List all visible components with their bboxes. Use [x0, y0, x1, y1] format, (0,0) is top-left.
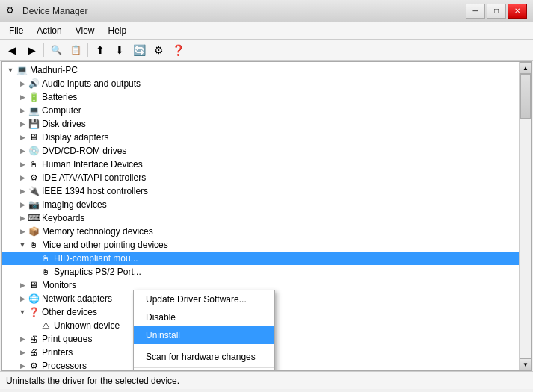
tree-item-ide[interactable]: ▶⚙IDE ATA/ATAPI controllers [2, 171, 519, 184]
tree-icon-display: 🖥 [28, 131, 40, 143]
scroll-up-button[interactable]: ▲ [520, 62, 532, 74]
tree-icon-monitors: 🖥 [28, 279, 40, 291]
tree-label-monitors: Monitors [42, 280, 76, 290]
expand-icon-keyboards[interactable]: ▶ [17, 213, 28, 223]
expand-icon-display[interactable]: ▶ [17, 132, 28, 143]
toolbar-refresh[interactable]: 🔄 [130, 42, 148, 58]
expand-icon-hid[interactable]: ▶ [17, 159, 28, 169]
title-bar-controls: ─ □ ✕ [466, 4, 527, 19]
tree-item-keyboards[interactable]: ▶⌨Keyboards [2, 211, 519, 225]
toolbar-settings[interactable]: ⚙ [150, 42, 167, 58]
app-icon: ⚙ [6, 5, 18, 17]
tree-item-audio[interactable]: ▶🔊Audio inputs and outputs [2, 77, 519, 90]
tree-label-disk: Disk drives [42, 119, 86, 129]
tree-label-batteries: Batteries [42, 92, 77, 102]
ctx-separator [134, 346, 274, 346]
tree-icon-batteries: 🔋 [28, 91, 40, 103]
toolbar: ◀ ▶ 🔍 📋 ⬆ ⬇ 🔄 ⚙ ❓ [0, 40, 533, 61]
toolbar-help[interactable]: ❓ [169, 42, 187, 58]
toolbar-down[interactable]: ⬇ [111, 42, 129, 58]
ctx-disable[interactable]: Disable [134, 308, 274, 326]
tree-label-mice: Mice and other pointing devices [42, 240, 168, 250]
tree-item-root[interactable]: ▼💻Madhuri-PC [2, 63, 519, 77]
close-button[interactable]: ✕ [508, 4, 527, 19]
menu-help[interactable]: Help [102, 24, 133, 37]
tree-icon-printers: 🖨 [28, 346, 40, 358]
expand-icon-hid-mouse[interactable] [29, 253, 40, 264]
expand-icon-root[interactable]: ▼ [5, 65, 16, 75]
tree-item-disk[interactable]: ▶💾Disk drives [2, 117, 519, 131]
tree-item-hid[interactable]: ▶🖱Human Interface Devices [2, 158, 519, 171]
tree-icon-dvd: 💿 [28, 145, 40, 157]
tree-label-ide: IDE ATA/ATAPI controllers [42, 172, 146, 183]
expand-icon-memory[interactable]: ▶ [17, 226, 28, 237]
tree-icon-mice: 🖱 [28, 239, 40, 251]
expand-icon-batteries[interactable]: ▶ [17, 92, 28, 102]
title-bar-left: ⚙ Device Manager [6, 5, 87, 17]
tree-label-hid: Human Interface Devices [42, 159, 143, 169]
maximize-button[interactable]: □ [487, 4, 506, 19]
tree-label-computer: Computer [42, 105, 81, 116]
minimize-button[interactable]: ─ [466, 4, 485, 19]
tree-item-imaging[interactable]: ▶📷Imaging devices [2, 198, 519, 211]
tree-icon-unknown: ⚠ [40, 320, 52, 332]
expand-icon-mice[interactable]: ▼ [17, 240, 28, 250]
scroll-down-button[interactable]: ▼ [520, 358, 532, 370]
tree-icon-ide: ⚙ [28, 172, 40, 184]
toolbar-separator-1 [43, 43, 44, 57]
tree-icon-disk: 💾 [28, 118, 40, 130]
ctx-properties[interactable]: Properties [134, 370, 274, 371]
tree-item-mice[interactable]: ▼🖱Mice and other pointing devices [2, 238, 519, 252]
toolbar-back[interactable]: ◀ [3, 42, 21, 58]
expand-icon-ide[interactable]: ▶ [17, 172, 28, 183]
expand-icon-network[interactable]: ▶ [17, 293, 28, 304]
expand-icon-unknown[interactable] [29, 320, 40, 331]
tree-icon-network: 🌐 [28, 293, 40, 305]
expand-icon-ieee[interactable]: ▶ [17, 186, 28, 196]
toolbar-forward[interactable]: ▶ [22, 42, 40, 58]
expand-icon-monitors[interactable]: ▶ [17, 280, 28, 290]
tree-item-batteries[interactable]: ▶🔋Batteries [2, 90, 519, 104]
tree-item-computer[interactable]: ▶💻Computer [2, 104, 519, 117]
menu-file[interactable]: File [3, 24, 29, 37]
tree-icon-root: 💻 [16, 64, 28, 76]
expand-icon-printers[interactable]: ▶ [17, 347, 28, 358]
expand-icon-computer[interactable]: ▶ [17, 105, 28, 116]
expand-icon-audio[interactable]: ▶ [17, 78, 28, 89]
tree-item-dvd[interactable]: ▶💿DVD/CD-ROM drives [2, 144, 519, 158]
expand-icon-print-queues[interactable]: ▶ [17, 334, 28, 344]
ctx-update[interactable]: Update Driver Software... [134, 290, 274, 308]
tree-label-imaging: Imaging devices [42, 199, 107, 210]
tree-icon-computer: 💻 [28, 105, 40, 116]
tree-item-synaptics[interactable]: 🖱Synaptics PS/2 Port... [2, 265, 519, 279]
tree-label-dvd: DVD/CD-ROM drives [42, 146, 126, 156]
expand-icon-imaging[interactable]: ▶ [17, 199, 28, 210]
menu-action[interactable]: Action [31, 24, 67, 37]
expand-icon-synaptics[interactable] [29, 267, 40, 277]
expand-icon-disk[interactable]: ▶ [17, 119, 28, 129]
tree-item-ieee[interactable]: ▶🔌IEEE 1394 host controllers [2, 184, 519, 198]
vertical-scrollbar[interactable]: ▲ ▼ [519, 62, 531, 370]
tree-icon-memory: 📦 [28, 225, 40, 237]
title-bar: ⚙ Device Manager ─ □ ✕ [0, 0, 533, 22]
toolbar-up[interactable]: ⬆ [91, 42, 109, 58]
expand-icon-dvd[interactable]: ▶ [17, 146, 28, 156]
tree-item-display[interactable]: ▶🖥Display adapters [2, 131, 519, 144]
tree-item-hid-mouse[interactable]: 🖱HID-compliant mou... [2, 252, 519, 265]
expand-icon-other[interactable]: ▼ [17, 307, 28, 317]
tree-label-other: Other devices [42, 307, 97, 317]
tree-label-root: Madhuri-PC [30, 65, 78, 75]
tree-label-display: Display adapters [42, 132, 108, 143]
tree-icon-keyboards: ⌨ [28, 212, 40, 224]
ctx-scan[interactable]: Scan for hardware changes [134, 348, 274, 366]
context-menu: Update Driver Software... Disable Uninst… [133, 290, 275, 371]
scroll-track [520, 74, 531, 358]
tree-item-memory[interactable]: ▶📦Memory technology devices [2, 225, 519, 238]
ctx-uninstall[interactable]: Uninstall [134, 326, 274, 344]
toolbar-properties[interactable]: 📋 [67, 42, 84, 58]
tree-icon-ieee: 🔌 [28, 185, 40, 197]
toolbar-search[interactable]: 🔍 [47, 42, 65, 58]
menu-view[interactable]: View [70, 24, 101, 37]
scroll-thumb[interactable] [520, 74, 531, 119]
expand-icon-processors[interactable]: ▶ [17, 361, 28, 370]
